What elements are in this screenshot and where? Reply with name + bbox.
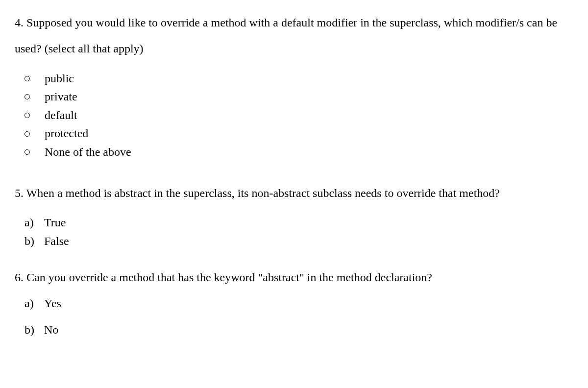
option-label: public (45, 71, 74, 87)
option-label: private (45, 89, 77, 105)
question-4-body: Supposed you would like to override a me… (15, 16, 557, 55)
option-marker: b) (24, 233, 44, 250)
question-6-text: 6. Can you override a method that has th… (15, 269, 573, 286)
option-row[interactable]: b) False (24, 233, 573, 250)
question-4: 4. Supposed you would like to override a… (15, 10, 573, 161)
question-6-body: Can you override a method that has the k… (26, 271, 432, 284)
circle-icon (24, 94, 30, 99)
circle-icon (24, 131, 30, 137)
option-row[interactable]: None of the above (24, 144, 573, 161)
option-marker: b) (24, 322, 44, 339)
option-row[interactable]: protected (24, 125, 573, 142)
option-label: default (45, 107, 77, 124)
question-4-text: 4. Supposed you would like to override a… (15, 10, 573, 62)
circle-icon (24, 113, 30, 118)
question-5-text: 5. When a method is abstract in the supe… (15, 180, 573, 206)
option-row[interactable]: a) True (24, 215, 573, 231)
option-row[interactable]: b) No (24, 322, 573, 339)
option-label: False (44, 233, 69, 250)
question-6-options: a) Yes b) No (24, 295, 573, 338)
question-5-body: When a method is abstract in the supercl… (26, 187, 500, 199)
option-row[interactable]: a) Yes (24, 295, 573, 312)
option-label: True (44, 215, 66, 231)
option-row[interactable]: default (24, 107, 573, 124)
option-label: Yes (44, 295, 61, 312)
question-4-number: 4. (15, 16, 24, 29)
question-6-number: 6. (15, 271, 24, 284)
option-label: No (44, 322, 58, 339)
option-row[interactable]: private (24, 89, 573, 105)
option-label: protected (45, 125, 88, 142)
option-marker: a) (24, 215, 44, 231)
question-6: 6. Can you override a method that has th… (15, 269, 573, 339)
question-5-options: a) True b) False (24, 215, 573, 249)
option-label: None of the above (45, 144, 131, 161)
question-5-number: 5. (15, 187, 24, 199)
circle-icon (24, 76, 30, 81)
option-row[interactable]: public (24, 71, 573, 87)
question-5: 5. When a method is abstract in the supe… (15, 180, 573, 250)
question-4-options: public private default protected None of… (24, 71, 573, 161)
option-marker: a) (24, 295, 44, 312)
circle-icon (24, 149, 30, 155)
